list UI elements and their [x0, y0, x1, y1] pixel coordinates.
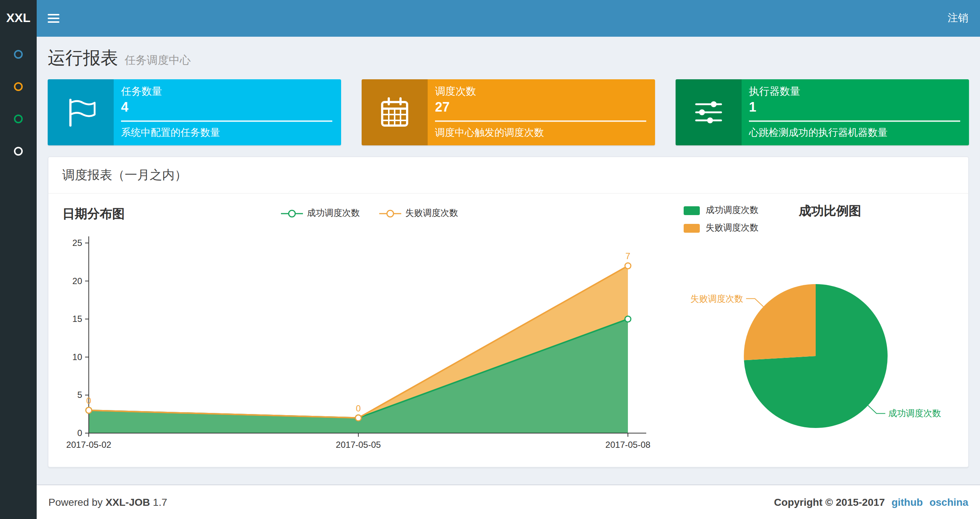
github-link[interactable]: github: [892, 496, 923, 508]
page-header: 运行报表 任务调度中心: [37, 37, 980, 68]
svg-text:成功调度次数: 成功调度次数: [888, 408, 941, 418]
info-box-value: 1: [749, 100, 960, 115]
sidebar-item-4[interactable]: [0, 135, 37, 168]
circle-icon: [14, 115, 23, 123]
info-box-description: 系统中配置的任务数量: [121, 126, 332, 139]
calendar-icon: [362, 79, 428, 145]
sliders-icon: [676, 79, 741, 145]
legend-swatch-icon: [684, 224, 700, 232]
info-box-content: 任务数量 4 系统中配置的任务数量: [114, 79, 341, 145]
pie-chart-legend: 成功调度次数失败调度次数: [684, 201, 759, 234]
legend-item[interactable]: 成功调度次数: [684, 204, 759, 217]
legend-label: 成功调度次数: [706, 204, 759, 217]
copyright-text: Copyright © 2015-2017: [774, 496, 885, 508]
sidebar-item-3[interactable]: [0, 103, 37, 135]
svg-text:20: 20: [72, 276, 82, 286]
content-area: 运行报表 任务调度中心 任务数量 4 系统中配置的任务数量: [37, 37, 980, 519]
line-chart-title: 日期分布图: [62, 206, 125, 222]
product-version: 1.7: [153, 496, 167, 508]
sidebar-toggle-button[interactable]: [37, 0, 70, 37]
pie-chart[interactable]: 成功调度次数失败调度次数: [684, 240, 963, 446]
app-window: XXL 注销 运行报表 任务调度中心: [0, 0, 980, 519]
info-box-label: 执行器数量: [749, 85, 960, 98]
svg-text:25: 25: [72, 238, 82, 248]
line-marker-icon: [379, 209, 401, 218]
hamburger-icon: [47, 21, 59, 23]
date-distribution-chart: 日期分布图 成功调度次数失败调度次数 05101520252017-05-022…: [59, 201, 679, 457]
info-box-label: 任务数量: [121, 85, 332, 98]
line-marker-icon: [281, 209, 302, 218]
panel-body: 日期分布图 成功调度次数失败调度次数 05101520252017-05-022…: [48, 194, 968, 467]
svg-text:7: 7: [625, 251, 630, 261]
legend-label: 失败调度次数: [405, 207, 458, 219]
legend-label: 成功调度次数: [307, 207, 360, 219]
svg-text:0: 0: [356, 403, 361, 413]
info-box-content: 调度次数 27 调度中心触发的调度次数: [428, 79, 655, 145]
info-box-row: 任务数量 4 系统中配置的任务数量 调度次: [37, 68, 980, 145]
legend-label: 失败调度次数: [706, 222, 759, 234]
svg-text:0: 0: [77, 428, 82, 438]
sidebar-item-2[interactable]: [0, 70, 37, 103]
schedule-report-panel: 调度报表（一月之内） 日期分布图 成功调度次数失败调度次数 0510152025…: [48, 156, 969, 468]
line-chart-header: 日期分布图 成功调度次数失败调度次数: [59, 201, 679, 229]
line-chart-legend: 成功调度次数失败调度次数: [281, 207, 458, 219]
svg-text:失败调度次数: 失败调度次数: [690, 294, 743, 303]
page-subtitle: 任务调度中心: [125, 54, 191, 67]
info-box-value: 4: [121, 100, 332, 115]
info-box-value: 27: [435, 100, 646, 115]
page-title: 运行报表: [48, 48, 118, 68]
logout-link[interactable]: 注销: [936, 0, 980, 37]
info-box-job-count: 任务数量 4 系统中配置的任务数量: [48, 79, 341, 145]
powered-by-text: Powered by XXL-JOB 1.7: [48, 496, 167, 508]
panel-title: 调度报表（一月之内）: [48, 157, 968, 194]
hamburger-icon: [47, 18, 59, 19]
legend-item[interactable]: 成功调度次数: [281, 207, 360, 219]
legend-item[interactable]: 失败调度次数: [379, 207, 458, 219]
info-box-progress: [749, 120, 960, 122]
circle-icon: [14, 82, 23, 91]
svg-text:5: 5: [77, 390, 82, 400]
line-area-chart[interactable]: 05101520252017-05-022017-05-052017-05-08…: [59, 229, 679, 454]
legend-swatch-icon: [684, 206, 700, 215]
top-navbar: 注销: [37, 0, 980, 37]
circle-icon: [14, 50, 23, 59]
success-ratio-chart: 成功调度次数失败调度次数 成功比例图 成功调度次数失败调度次数: [679, 201, 963, 457]
sidebar: [0, 37, 37, 519]
oschina-link[interactable]: oschina: [929, 496, 968, 508]
hamburger-icon: [47, 14, 59, 15]
info-box-description: 心跳检测成功的执行器机器数量: [749, 126, 960, 139]
svg-text:15: 15: [72, 314, 82, 324]
svg-text:2017-05-08: 2017-05-08: [606, 440, 651, 450]
info-box-progress: [121, 120, 332, 122]
pie-chart-title: 成功比例图: [799, 201, 861, 219]
footer: Powered by XXL-JOB 1.7 Copyright © 2015-…: [37, 484, 980, 519]
svg-text:2017-05-02: 2017-05-02: [66, 440, 111, 450]
circle-icon: [14, 147, 23, 156]
legend-item[interactable]: 失败调度次数: [684, 222, 759, 234]
info-box-progress: [435, 120, 646, 122]
footer-right: Copyright © 2015-2017 github oschina: [774, 496, 968, 508]
info-box-executor-count: 执行器数量 1 心跳检测成功的执行器机器数量: [676, 79, 969, 145]
navbar-spacer: [70, 0, 936, 37]
info-box-label: 调度次数: [435, 85, 646, 98]
svg-text:10: 10: [72, 352, 82, 362]
sidebar-item-1[interactable]: [0, 38, 37, 70]
pie-chart-header: 成功调度次数失败调度次数 成功比例图: [684, 201, 963, 234]
flag-icon: [48, 79, 114, 145]
svg-text:2017-05-05: 2017-05-05: [336, 440, 381, 450]
info-box-description: 调度中心触发的调度次数: [435, 126, 646, 139]
product-name: XXL-JOB: [106, 496, 150, 508]
info-box-trigger-count: 调度次数 27 调度中心触发的调度次数: [362, 79, 655, 145]
app-logo[interactable]: XXL: [0, 0, 37, 37]
svg-text:0: 0: [86, 396, 91, 406]
info-box-content: 执行器数量 1 心跳检测成功的执行器机器数量: [741, 79, 969, 145]
